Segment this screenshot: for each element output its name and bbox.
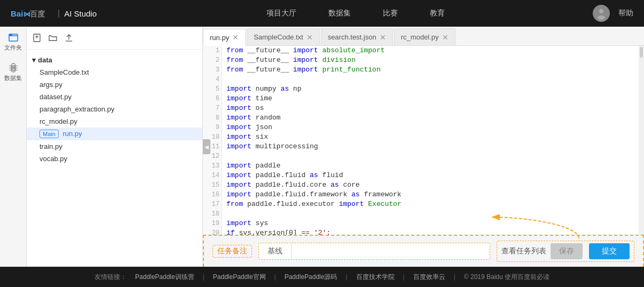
root-folder[interactable]: ▾ data [27, 54, 202, 66]
svg-point-4 [598, 15, 605, 20]
code-editor[interactable]: 1 2 3 4 5 6 7 8 9 10 11 12 13 14 15 16 1 [203, 46, 644, 235]
footer-prefix: 友情链接： [95, 273, 127, 282]
baseline-tab[interactable]: 基线 [259, 243, 292, 259]
task-input-container: 基线 [258, 243, 490, 260]
file-tree-actions [27, 31, 202, 50]
file-item-train[interactable]: train.py [27, 140, 202, 153]
save-button[interactable]: 保存 [551, 243, 583, 259]
top-navigation: Bai ⋈ 百度 | AI Studio 项目大厅 数据集 比赛 教育 帮助 [0, 0, 644, 27]
nav-menu: 项目大厅 数据集 比赛 教育 [118, 9, 593, 18]
task-note-input[interactable] [292, 243, 490, 259]
avatar[interactable] [593, 5, 610, 22]
submit-button[interactable]: 提交 [589, 243, 630, 259]
datasets-label: 数据集 [4, 74, 22, 82]
close-tab-samplecode[interactable]: ✕ [307, 34, 313, 41]
editor-area: run.py ✕ SampleCode.txt ✕ search.test.js… [203, 27, 644, 267]
logo-divider: | [58, 9, 60, 18]
help-link[interactable]: 帮助 [618, 9, 633, 18]
editor-scrollbar[interactable] [639, 46, 644, 235]
footer: 友情链接： PaddlePaddle训练营 | PaddlePaddle官网 |… [0, 267, 644, 287]
collapse-panel-button[interactable]: ◀ [203, 139, 210, 154]
upload-button[interactable] [64, 33, 74, 45]
footer-copyright: © 2019 Baidu 使用百度前必读 [464, 273, 549, 282]
tab-rcmodel[interactable]: rc_model.py ✕ [394, 28, 455, 45]
file-item-samplecode[interactable]: SampleCode.txt [27, 66, 202, 78]
close-tab-searchjson[interactable]: ✕ [380, 34, 386, 41]
footer-link-training[interactable]: PaddlePaddle训练营 [135, 273, 194, 282]
file-item-vocab[interactable]: vocab.py [27, 153, 202, 165]
new-file-button[interactable] [32, 33, 42, 45]
footer-link-efficiency[interactable]: 百度效率云 [413, 273, 445, 282]
nav-item-competition[interactable]: 比赛 [383, 9, 398, 18]
file-item-runpy[interactable]: Main run.py [27, 127, 202, 140]
studio-label: AI Studio [64, 9, 97, 18]
tab-runpy[interactable]: run.py ✕ [203, 29, 246, 46]
svg-rect-6 [9, 34, 12, 36]
svg-text:Bai: Bai [11, 9, 23, 18]
baidu-logo: Bai ⋈ 百度 [11, 7, 53, 19]
view-tasks-button[interactable]: 查看任务列表 [501, 246, 546, 256]
svg-point-3 [599, 9, 603, 13]
file-tree: ▾ data SampleCode.txt args.py dataset.py… [27, 27, 203, 267]
file-item-paragraph[interactable]: paragraph_extraction.py [27, 103, 202, 115]
sidebar-icons: 文件夹 数据集 [0, 27, 27, 267]
close-tab-runpy[interactable]: ✕ [232, 34, 239, 41]
tab-searchjson[interactable]: search.test.json ✕ [321, 28, 393, 45]
bottom-panel: 任务备注 基线 查看任务列表 保存 提交 [203, 235, 644, 267]
bottom-right-actions: 查看任务列表 保存 提交 [497, 241, 634, 262]
footer-link-academy[interactable]: 百度技术学院 [356, 273, 395, 282]
file-item-rcmodel[interactable]: rc_model.py [27, 115, 202, 127]
code-lines: from __future__ import absolute_import f… [222, 46, 639, 235]
nav-item-education[interactable]: 教育 [430, 9, 445, 18]
file-item-dataset[interactable]: dataset.py [27, 91, 202, 103]
files-label: 文件夹 [4, 44, 22, 52]
editor-tabs: run.py ✕ SampleCode.txt ✕ search.test.js… [203, 27, 644, 46]
sidebar-item-datasets[interactable]: 数据集 [4, 62, 22, 82]
new-folder-button[interactable] [48, 33, 58, 45]
close-tab-rcmodel[interactable]: ✕ [442, 34, 449, 41]
nav-right: 帮助 [593, 5, 633, 22]
nav-item-datasets[interactable]: 数据集 [328, 9, 351, 18]
task-note-label: 任务备注 [213, 245, 252, 258]
file-item-args[interactable]: args.py [27, 78, 202, 91]
svg-text:百度: 百度 [30, 10, 45, 18]
nav-item-projects[interactable]: 项目大厅 [266, 9, 296, 18]
logo: Bai ⋈ 百度 | AI Studio [11, 7, 97, 19]
main-badge: Main [40, 130, 59, 138]
footer-link-source[interactable]: PaddlePaddle源码 [285, 273, 337, 282]
tab-samplecode[interactable]: SampleCode.txt ✕ [247, 28, 320, 45]
sidebar-item-files[interactable]: 文件夹 [4, 32, 22, 52]
footer-link-official[interactable]: PaddlePaddle官网 [213, 273, 266, 282]
